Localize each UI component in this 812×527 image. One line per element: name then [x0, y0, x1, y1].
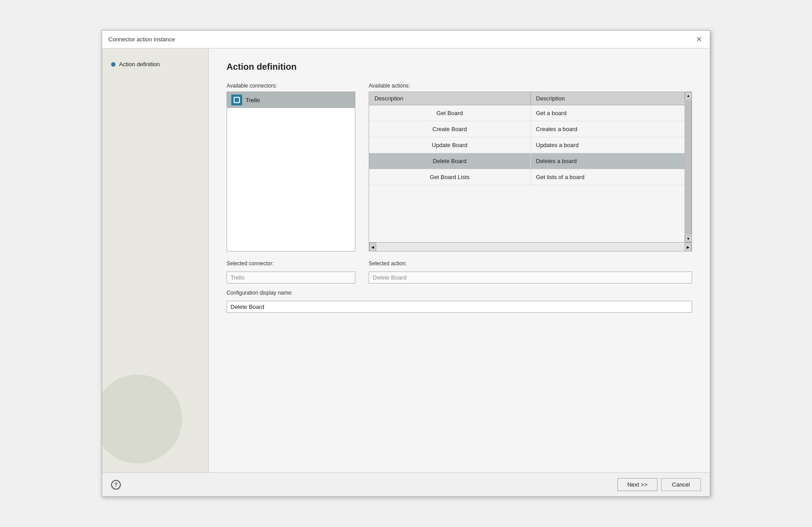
actions-table: Description Description Get Board Get a …: [369, 92, 692, 242]
action-name-cell: Create Board: [369, 121, 531, 137]
action-name-cell: Get Board: [369, 105, 531, 121]
main-content: Action definition Available connectors: …: [209, 48, 710, 472]
table-row[interactable]: Create Board Creates a board: [369, 121, 692, 137]
col-header-name: Description: [369, 92, 531, 105]
table-row[interactable]: Get Board Lists Get lists of a board: [369, 169, 692, 185]
selected-action-group: Selected action:: [369, 260, 692, 283]
table-row[interactable]: Get Board Get a board: [369, 105, 692, 121]
config-name-row: Configuration display name:: [227, 290, 692, 313]
action-desc-cell: Updates a board: [531, 137, 692, 153]
action-name-cell: Delete Board: [369, 153, 531, 169]
table-row[interactable]: Update Board Updates a board: [369, 137, 692, 153]
actions-scrollbar-h[interactable]: ◀ ▶: [369, 242, 692, 251]
next-button[interactable]: Next >>: [617, 478, 657, 491]
scroll-left-button[interactable]: ◀: [369, 243, 376, 252]
selected-connector-group: Selected connector:: [227, 260, 355, 283]
connector-item-trello[interactable]: Trello: [227, 92, 355, 108]
scroll-up-button[interactable]: ▲: [685, 92, 692, 99]
scroll-right-button[interactable]: ▶: [685, 243, 692, 252]
actions-table-body: Get Board Get a board Create Board Creat…: [369, 105, 692, 242]
sidebar-watermark: [102, 375, 182, 463]
actions-col: Available actions: ▲ ▼ Description: [369, 83, 692, 252]
dialog-body: Action definition Action definition Avai…: [102, 48, 710, 472]
connectors-actions-row: Available connectors: Trello Available a…: [227, 83, 692, 252]
sidebar-dot-icon: [111, 62, 115, 67]
action-desc-cell: Deletes a board: [531, 153, 692, 169]
action-desc-cell: Get lists of a board: [531, 169, 692, 185]
trello-icon-inner: [234, 97, 240, 103]
scroll-thumb-v[interactable]: [685, 100, 692, 234]
action-name-cell: Update Board: [369, 137, 531, 153]
action-desc-cell: Get a board: [531, 105, 692, 121]
close-button[interactable]: ✕: [694, 35, 704, 44]
actions-scrollbar-v[interactable]: ▲ ▼: [685, 92, 692, 242]
available-connectors-label: Available connectors:: [227, 83, 355, 89]
footer-buttons: Next >> Cancel: [617, 478, 701, 491]
dialog: Connector action instance ✕ Action defin…: [102, 30, 710, 497]
selected-connector-label: Selected connector:: [227, 260, 355, 267]
sidebar: Action definition: [102, 48, 209, 472]
available-actions-label: Available actions:: [369, 83, 692, 89]
selected-fields-row: Selected connector: Selected action:: [227, 260, 692, 283]
config-name-input[interactable]: [227, 301, 692, 313]
connector-list[interactable]: Trello: [227, 92, 355, 252]
action-desc-cell: Creates a board: [531, 121, 692, 137]
config-name-group: Configuration display name:: [227, 290, 692, 313]
selected-action-label: Selected action:: [369, 260, 692, 267]
dialog-titlebar: Connector action instance ✕: [102, 31, 710, 48]
page-title: Action definition: [227, 62, 692, 72]
table-row[interactable]: Delete Board Deletes a board: [369, 153, 692, 169]
config-name-label: Configuration display name:: [227, 290, 692, 296]
scroll-track-h[interactable]: [376, 243, 685, 251]
actions-table-header: Description Description: [369, 92, 692, 105]
selected-action-input[interactable]: [369, 271, 692, 283]
help-button[interactable]: ?: [111, 480, 121, 490]
col-header-desc: Description: [531, 92, 692, 105]
action-name-cell: Get Board Lists: [369, 169, 531, 185]
trello-icon: [231, 95, 242, 105]
connectors-col: Available connectors: Trello: [227, 83, 355, 252]
sidebar-item-action-definition[interactable]: Action definition: [102, 57, 208, 71]
bottom-fields: Selected connector: Selected action: Con…: [227, 260, 692, 313]
actions-table-wrapper: ▲ ▼ Description Description: [369, 92, 692, 252]
cancel-button[interactable]: Cancel: [661, 478, 701, 491]
dialog-title: Connector action instance: [108, 36, 175, 43]
sidebar-item-label: Action definition: [119, 61, 160, 68]
selected-connector-input[interactable]: [227, 271, 355, 283]
dialog-footer: ? Next >> Cancel: [102, 472, 710, 496]
connector-name-trello: Trello: [246, 97, 260, 104]
scroll-down-button[interactable]: ▼: [685, 235, 692, 242]
